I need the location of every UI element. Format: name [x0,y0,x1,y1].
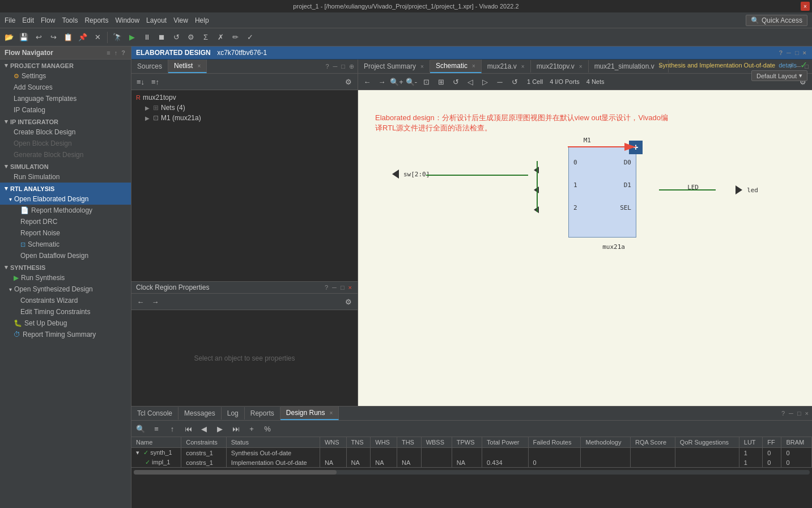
horizontal-scrollbar[interactable] [131,467,812,476]
delete-button[interactable]: ✕ [91,31,104,44]
sch-fit-button[interactable]: ⊡ [419,75,433,88]
tab-mux21a[interactable]: mux21a.v × [482,60,531,73]
sch-nav2-button[interactable]: ▷ [478,75,492,88]
cancel-button[interactable]: ✗ [214,31,227,44]
tab-netlist[interactable]: Netlist × [168,60,207,73]
section-simulation[interactable]: ▾ SIMULATION [0,160,131,171]
menu-view[interactable]: View [173,16,188,24]
tree-root[interactable]: R mux21topv [131,92,358,103]
menu-flow[interactable]: Flow [41,16,55,24]
nav-pin-icon[interactable]: ≡ [105,49,111,57]
design-runs-close[interactable]: × [330,410,333,416]
copy-button[interactable]: 📋 [61,31,75,44]
nav-report-methodology[interactable]: 📄 Report Methodology [0,205,131,216]
tab-messages[interactable]: Messages [178,407,222,420]
bp-close-icon[interactable]: × [804,409,810,417]
mux21a-close[interactable]: × [521,64,525,70]
nav-run-simulation[interactable]: Run Simulation [0,171,131,183]
nav-open-synthesized-design[interactable]: ▾ Open Synthesized Design [0,283,131,295]
layout-selector[interactable]: Default Layout ▾ [751,70,807,81]
redo-button[interactable]: ↪ [46,31,60,44]
tab-sources[interactable]: Sources [131,60,168,73]
tab-schematic[interactable]: Schematic × [430,60,482,73]
sources-settings-icon[interactable]: ⚙ [342,75,355,88]
tab-mux21topv[interactable]: mux21topv.v × [531,60,589,73]
menu-reports[interactable]: Reports [84,16,108,24]
sch-back-button[interactable]: ← [360,75,374,88]
table-row[interactable]: ✓ impl_1 constrs_1 Implementation Out-of… [131,458,812,467]
menu-help[interactable]: Help [195,16,209,24]
menu-window[interactable]: Window [115,16,139,24]
sch-forward-button[interactable]: → [375,75,389,88]
dr-search-button[interactable]: 🔍 [134,422,147,435]
tab-tcl-console[interactable]: Tcl Console [131,407,178,420]
bp-minimize-icon[interactable]: ─ [788,409,794,417]
cr-settings-button[interactable]: ⚙ [342,295,355,308]
binocular-button[interactable]: 🔭 [110,31,124,44]
nav-up-icon[interactable]: ↑ [113,49,119,57]
section-project-manager[interactable]: ▾ PROJECT MANAGER [0,60,131,70]
dr-add-button[interactable]: + [245,422,258,435]
section-rtl-analysis[interactable]: ▾ RTL ANALYSIS [0,183,131,193]
tab-log[interactable]: Log [222,407,245,420]
m1-expand-button[interactable]: + [629,141,643,154]
check-button[interactable]: ✓ [243,31,257,44]
nav-constraints-wizard[interactable]: Constraints Wizard [0,295,131,306]
section-ip-integrator[interactable]: ▾ IP INTEGRATOR [0,116,131,126]
table-row[interactable]: ▾ ✓ synth_1 constrs_1 Synthesis Out-of-d… [131,448,812,458]
dr-prev-button[interactable]: ◀ [197,422,211,435]
dr-expand-button[interactable]: ≡ [150,422,163,435]
elab-minimize-icon[interactable]: ─ [785,49,792,57]
nav-create-block-design[interactable]: Create Block Design [0,126,131,138]
nav-open-dataflow-design[interactable]: Open Dataflow Design [0,250,131,261]
close-button[interactable]: × [801,2,810,11]
save-button[interactable]: 💾 [17,31,31,44]
dr-last-button[interactable]: ⏭ [229,422,243,435]
cr-question-icon[interactable]: ? [324,283,329,291]
sch-nav1-button[interactable]: ◁ [464,75,477,88]
schematic-canvas[interactable]: Elaborated design：分析设计后生成顶层原理图视图并在默认view… [358,90,812,406]
pencil-button[interactable]: ✏ [228,31,242,44]
nav-run-synthesis[interactable]: ▶ Run Synthesis [0,272,131,283]
paste-button[interactable]: 📌 [76,31,90,44]
stop-button[interactable]: ⏹ [155,31,168,44]
dr-up-button[interactable]: ↑ [165,422,179,435]
dr-first-button[interactable]: ⏮ [181,422,195,435]
sources-float-icon[interactable]: ⊕ [348,62,355,71]
dr-percent-button[interactable]: % [261,422,274,435]
cr-close-icon[interactable]: × [347,283,353,291]
open-button[interactable]: 📂 [2,31,16,44]
collapse-all-button[interactable]: ≡↑ [148,75,162,88]
step-button[interactable]: ⏸ [140,31,154,44]
sch-rotate-button[interactable]: ↺ [449,75,462,88]
tab-mux21-simulation[interactable]: mux21_simulation.v × [589,60,669,73]
run-button[interactable]: ▶ [125,31,139,44]
sch-minus-button[interactable]: ─ [493,75,507,88]
nav-report-timing-summary[interactable]: ⏱ Report Timing Summary [0,329,131,340]
reload-button[interactable]: ↺ [169,31,183,44]
elab-close-icon[interactable]: × [802,49,807,57]
nav-add-sources[interactable]: Add Sources [0,82,131,93]
dr-next-button[interactable]: ▶ [213,422,227,435]
nav-language-templates[interactable]: Language Templates [0,93,131,104]
gear-button[interactable]: ⚙ [184,31,198,44]
nav-settings[interactable]: ⚙ Settings [0,70,131,82]
elab-maximize-icon[interactable]: □ [794,49,800,57]
tab-design-runs[interactable]: Design Runs × [280,407,339,420]
nav-ip-catalog[interactable]: IP Catalog [0,104,131,116]
cr-back-button[interactable]: ← [134,295,147,308]
nav-set-up-debug[interactable]: 🐛 Set Up Debug [0,318,131,329]
sigma-button[interactable]: Σ [199,31,212,44]
nav-open-elaborated-design[interactable]: ▾ Open Elaborated Design [0,193,131,205]
cr-forward-button[interactable]: → [148,295,162,308]
cr-maximize-icon[interactable]: □ [339,283,346,291]
undo-button[interactable]: ↩ [32,31,45,44]
sources-minimize-icon[interactable]: ─ [332,62,339,70]
nav-question-icon[interactable]: ? [120,49,126,57]
nav-edit-timing-constraints[interactable]: Edit Timing Constraints [0,306,131,318]
tab-project-summary[interactable]: Project Summary × [358,60,430,73]
tree-m1[interactable]: ▶ ⊡ M1 (mux21a) [131,113,358,123]
nav-report-drc[interactable]: Report DRC [0,216,131,227]
mux21topv-close[interactable]: × [579,64,583,70]
sources-maximize-icon[interactable]: □ [340,62,346,70]
